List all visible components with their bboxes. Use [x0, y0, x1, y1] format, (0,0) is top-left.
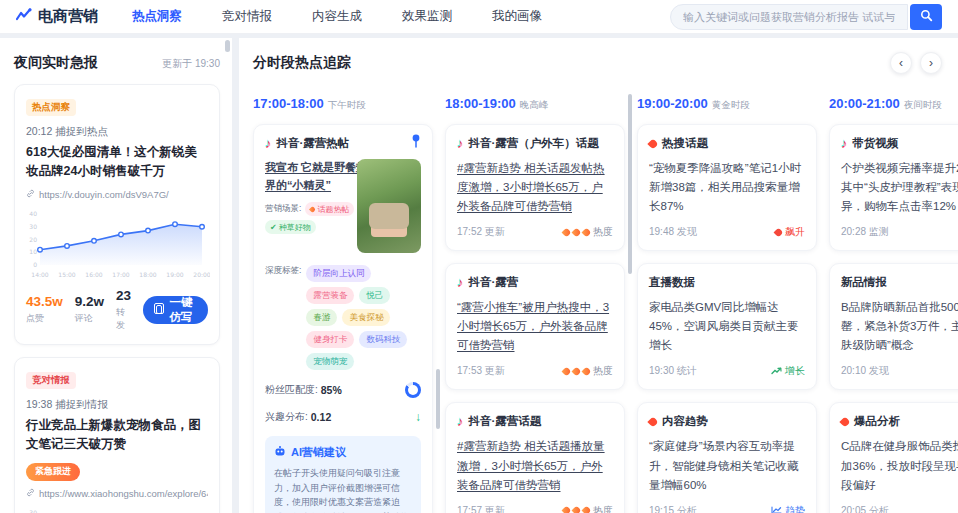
shares-stat: 23 转发 — [116, 288, 131, 332]
tag-pill[interactable]: 健身打卡 — [306, 331, 354, 348]
column-header: 20:00-21:00夜间时段 — [829, 94, 958, 112]
scene-label: 营销场景: — [265, 203, 301, 215]
link-icon — [26, 488, 35, 499]
svg-text:40: 40 — [29, 210, 37, 217]
column-18-19: 18:00-19:00晚高峰 ♪ 抖音·露营（户外车）话题 #露营新趋势 相关话… — [445, 94, 625, 513]
robot-icon — [274, 446, 286, 459]
tab-hot-insight[interactable]: 热点洞察 — [132, 8, 182, 25]
progress-ring-icon — [405, 382, 421, 398]
svg-text:10: 10 — [29, 248, 37, 255]
tag-pill[interactable]: 阶层向上认同 — [306, 265, 371, 282]
top-navbar: 电商营销 热点洞察 竞对情报 内容生成 效果监测 我的画像 — [0, 0, 958, 34]
search-input[interactable] — [670, 4, 908, 30]
competitor-alert-card[interactable]: 竞对情报 19:38 捕捉到情报 行业竞品上新爆款宠物食品，图文笔记三天破万赞 … — [14, 357, 220, 513]
timeslot-tracking-panel: 分时段热点追踪 ‹ › 17:00-18:00下午时段 ♪ 抖音·露营热帖 — [239, 38, 958, 513]
tab-competitor-intel[interactable]: 竞对情报 — [222, 8, 272, 25]
prev-arrow-button[interactable]: ‹ — [890, 52, 912, 74]
column-20-21: 20:00-21:00夜间时段 ♪ 带货视频 个护类视频完播率提升20%，其中“… — [829, 94, 958, 513]
post-photo — [357, 159, 421, 253]
hot-search-card[interactable]: 热搜话题 “宠物夏季降温攻略”笔记1小时新增38篇，相关用品搜索量增长87% 1… — [637, 124, 817, 251]
tab-my-profile[interactable]: 我的画像 — [492, 8, 542, 25]
svg-text:0: 0 — [33, 261, 37, 268]
growth-status: 增长 — [771, 364, 805, 378]
competitor-capture-time: 19:38 捕捉到情报 — [26, 398, 208, 412]
live-data-card[interactable]: 直播数据 家电品类GMV同比增幅达45%，空调风扇类目贡献主要增长 19:30 … — [637, 263, 817, 390]
competitor-link[interactable]: https://www.xiaohongshu.com/explore/643.… — [26, 488, 208, 499]
column-scrollbar[interactable] — [436, 369, 440, 429]
hit-product-analysis-card[interactable]: 爆品分析 C品牌在健身服饰品类投入增加36%，投放时段呈现早间时段偏好 20:0… — [829, 402, 958, 513]
likes-stat: 43.5w 点赞 — [26, 294, 63, 325]
tag-pill[interactable]: 露营装备 — [306, 287, 354, 304]
tag-pill[interactable]: 宠物萌宠 — [306, 353, 354, 370]
selling-video-card[interactable]: ♪ 带货视频 个护类视频完播率提升20%，其中“头皮护理教程”表现优异，购物车点… — [829, 124, 958, 251]
one-click-rewrite-button[interactable]: 一键仿写 — [143, 296, 208, 324]
surge-status: 飙升 — [775, 225, 805, 239]
tag-pill[interactable]: 悦己 — [359, 287, 390, 304]
heat-status: 热度 — [563, 504, 613, 513]
scene-tag: 话题热帖 — [305, 202, 354, 216]
competitor-trend-chart: 010203016:0017:0018:0019:0020:00 — [26, 505, 208, 513]
search-icon — [920, 9, 933, 25]
app-logo: 电商营销 — [16, 7, 98, 26]
column-header: 17:00-18:00下午时段 — [253, 94, 433, 112]
flame-icon — [562, 367, 572, 377]
tag-pill[interactable]: 美食探秘 — [342, 309, 390, 326]
douyin-topic-card[interactable]: ♪ 抖音·露营（户外车）话题 #露营新趋势 相关话题发帖热度激增，3小时增长65… — [445, 124, 625, 251]
search-bar — [670, 4, 942, 30]
hotspot-link[interactable]: https://v.douyin.com/dsV9A7G/ — [26, 189, 208, 200]
trend-status: 趋势 — [771, 504, 805, 513]
douyin-icon: ♪ — [457, 137, 464, 150]
column-header: 18:00-19:00晚高峰 — [445, 94, 625, 112]
search-button[interactable] — [910, 4, 942, 30]
hot-icon — [647, 138, 658, 149]
column-17-18: 17:00-18:00下午时段 ♪ 抖音·露营热帖 我宣布 它就是野餐垫界的“小… — [253, 94, 433, 513]
sidebar-scrollbar[interactable] — [225, 40, 230, 52]
hotspot-trend-chart: 01020304014:0015:0016:0017:0018:0019:002… — [26, 206, 208, 284]
link-icon — [26, 189, 35, 200]
new-product-intel-card[interactable]: 新品情报 B品牌防晒新品首批5000件售罄，紧急补货3万件，主打“养肤级防晒”概… — [829, 263, 958, 390]
column-19-20: 19:00-20:00黄金时段 热搜话题 “宠物夏季降温攻略”笔记1小时新增38… — [637, 94, 817, 513]
content-trend-card[interactable]: 内容趋势 “家庭健身”场景内容互动率提升，智能健身镜相关笔记收藏量增幅60% 1… — [637, 402, 817, 513]
flame-icon — [582, 506, 592, 513]
ai-suggestion-box: AI营销建议 在帖子开头使用疑问句吸引注意力，加入用户评价截图增强可信度，使用限… — [265, 436, 421, 513]
douyin-icon: ♪ — [457, 276, 464, 289]
featured-douyin-card[interactable]: ♪ 抖音·露营热帖 我宣布 它就是野餐垫界的“小精灵” 营销场景: 话题热帖 ✔… — [253, 124, 433, 513]
scene-tag: ✔种草好物 — [265, 220, 316, 234]
panel-title: 分时段热点追踪 — [253, 54, 351, 72]
douyin-topic-card[interactable]: ♪ 抖音·露营话题 #露营新趋势 相关话题播放量激增，3小时增长65万，户外装备… — [445, 402, 625, 513]
flame-icon — [572, 227, 582, 237]
post-title-link[interactable]: 我宣布 它就是野餐垫界的“小精灵” — [265, 159, 371, 194]
hotspot-title[interactable]: 618大促必囤清单！这个新锐美妆品牌24小时销售破千万 — [26, 143, 208, 182]
tag-pill[interactable]: 数码科技 — [359, 331, 407, 348]
hotspot-alert-card[interactable]: 热点洞察 20:12 捕捉到热点 618大促必囤清单！这个新锐美妆品牌24小时销… — [14, 84, 220, 345]
competitor-title[interactable]: 行业竞品上新爆款宠物食品，图文笔记三天破万赞 — [26, 416, 208, 455]
douyin-icon: ♪ — [841, 137, 848, 150]
heat-status: 热度 — [563, 364, 613, 378]
flame-icon — [582, 367, 592, 377]
douyin-icon: ♪ — [265, 137, 272, 150]
flame-icon — [562, 227, 572, 237]
svg-text:15:00: 15:00 — [58, 271, 75, 278]
heat-status: 热度 — [563, 225, 613, 239]
svg-text:20:00: 20:00 — [193, 271, 210, 278]
chart-line-icon — [771, 505, 782, 513]
douyin-topic-card[interactable]: ♪ 抖音·露营 “露营小推车”被用户热搜中，3小时增长65万，户外装备品牌可借势… — [445, 263, 625, 390]
svg-text:16:00: 16:00 — [85, 271, 102, 278]
tab-content-generation[interactable]: 内容生成 — [312, 8, 362, 25]
competitor-badge: 竞对情报 — [26, 372, 76, 389]
logo-chart-icon — [16, 8, 32, 26]
sidebar-updated-time: 更新于 19:30 — [162, 57, 220, 71]
tab-effect-monitor[interactable]: 效果监测 — [402, 8, 452, 25]
sidebar-title: 夜间实时急报 — [14, 54, 98, 72]
hot-icon — [839, 416, 850, 427]
douyin-icon: ♪ — [457, 415, 464, 428]
hotspot-badge: 热点洞察 — [26, 99, 76, 116]
tag-pill[interactable]: 春游 — [306, 309, 337, 326]
trend-up-icon — [771, 366, 782, 377]
nav-tabs: 热点洞察 竞对情报 内容生成 效果监测 我的画像 — [132, 8, 670, 25]
app-title: 电商营销 — [38, 7, 98, 26]
pin-icon[interactable] — [411, 134, 421, 152]
column-scrollbar[interactable] — [628, 94, 632, 274]
svg-text:30: 30 — [29, 509, 37, 513]
next-arrow-button[interactable]: › — [920, 52, 942, 74]
